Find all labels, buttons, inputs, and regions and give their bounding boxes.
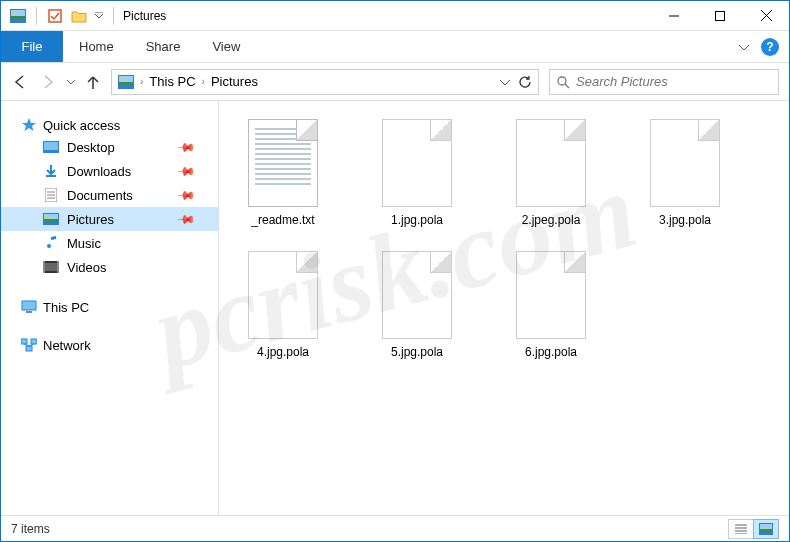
status-bar: 7 items (1, 515, 789, 541)
pin-icon: 📌 (176, 185, 197, 206)
qat-separator-2 (113, 7, 114, 25)
nav-item-desktop[interactable]: Desktop 📌 (1, 135, 218, 159)
breadcrumb-pictures[interactable]: Pictures (211, 74, 258, 89)
qat-dropdown-icon[interactable] (94, 7, 104, 25)
nav-item-label: Documents (67, 188, 133, 203)
file-item[interactable]: 1.jpg.pola (365, 119, 469, 227)
forward-button[interactable] (39, 73, 57, 91)
file-name-label: 3.jpg.pola (659, 213, 711, 227)
ribbon-expand-icon[interactable] (739, 42, 749, 52)
file-item[interactable]: 4.jpg.pola (231, 251, 335, 359)
navigation-pane: Quick access Desktop 📌 Downloads 📌 Docum… (1, 101, 219, 515)
nav-item-downloads[interactable]: Downloads 📌 (1, 159, 218, 183)
nav-quick-access-label: Quick access (43, 118, 120, 133)
nav-item-label: Downloads (67, 164, 131, 179)
file-name-label: 5.jpg.pola (391, 345, 443, 359)
file-item[interactable]: 5.jpg.pola (365, 251, 469, 359)
svg-rect-24 (44, 219, 58, 222)
svg-point-25 (46, 215, 48, 217)
view-details-button[interactable] (728, 519, 754, 539)
file-item[interactable]: _readme.txt (231, 119, 335, 227)
pictures-icon (43, 211, 59, 227)
file-item[interactable]: 6.jpg.pola (499, 251, 603, 359)
nav-item-label: Desktop (67, 140, 115, 155)
status-item-count: 7 items (11, 522, 50, 536)
properties-icon[interactable] (46, 7, 64, 25)
maximize-button[interactable] (697, 1, 743, 31)
pin-icon: 📌 (176, 137, 197, 158)
search-input[interactable] (576, 74, 772, 89)
search-icon (556, 75, 570, 89)
location-pictures-icon (118, 74, 134, 90)
nav-this-pc[interactable]: This PC (1, 297, 218, 317)
svg-rect-28 (43, 261, 45, 273)
refresh-icon[interactable] (518, 75, 532, 89)
recent-dropdown-icon[interactable] (67, 78, 75, 86)
back-button[interactable] (11, 73, 29, 91)
svg-rect-27 (45, 263, 57, 271)
downloads-icon (43, 163, 59, 179)
file-name-label: 2.jpeg.pola (522, 213, 581, 227)
address-bar[interactable]: › This PC › Pictures (111, 69, 539, 95)
chevron-right-icon[interactable]: › (140, 76, 143, 87)
svg-rect-31 (26, 311, 32, 313)
close-button[interactable] (743, 1, 789, 31)
search-box[interactable] (549, 69, 779, 95)
tab-home[interactable]: Home (63, 31, 130, 62)
svg-rect-32 (21, 339, 27, 344)
address-dropdown-icon[interactable] (500, 77, 510, 87)
svg-rect-17 (44, 142, 58, 150)
svg-point-14 (558, 77, 566, 85)
svg-point-13 (121, 77, 124, 80)
minimize-button[interactable] (651, 1, 697, 31)
nav-item-label: Videos (67, 260, 107, 275)
network-icon (21, 337, 37, 353)
blank-file-icon (382, 119, 452, 207)
breadcrumb-this-pc[interactable]: This PC (149, 74, 195, 89)
svg-rect-43 (760, 529, 772, 532)
file-name-label: 4.jpg.pola (257, 345, 309, 359)
blank-file-icon (516, 119, 586, 207)
this-pc-icon (21, 299, 37, 315)
address-bar-row: › This PC › Pictures (1, 63, 789, 101)
new-folder-icon[interactable] (70, 7, 88, 25)
nav-item-label: Pictures (67, 212, 114, 227)
blank-file-icon (650, 119, 720, 207)
file-item[interactable]: 2.jpeg.pola (499, 119, 603, 227)
file-list[interactable]: _readme.txt1.jpg.pola2.jpeg.pola3.jpg.po… (219, 101, 789, 515)
nav-network-label: Network (43, 338, 91, 353)
documents-icon (43, 187, 59, 203)
qat-separator (36, 7, 37, 25)
nav-network[interactable]: Network (1, 335, 218, 355)
nav-item-documents[interactable]: Documents 📌 (1, 183, 218, 207)
nav-item-label: Music (67, 236, 101, 251)
window-title: Pictures (123, 9, 166, 23)
svg-rect-30 (22, 301, 36, 310)
ribbon-tabs: File Home Share View ? (1, 31, 789, 63)
file-name-label: _readme.txt (251, 213, 314, 227)
tab-share[interactable]: Share (130, 31, 197, 62)
svg-rect-34 (26, 346, 32, 351)
file-tab[interactable]: File (1, 31, 63, 62)
nav-item-pictures[interactable]: Pictures 📌 (1, 207, 218, 231)
svg-line-15 (565, 84, 569, 88)
desktop-icon (43, 139, 59, 155)
nav-item-music[interactable]: Music (1, 231, 218, 255)
svg-rect-12 (119, 82, 133, 85)
app-icon[interactable] (9, 7, 27, 25)
tab-view[interactable]: View (196, 31, 256, 62)
file-name-label: 1.jpg.pola (391, 213, 443, 227)
nav-quick-access[interactable]: Quick access (1, 115, 218, 135)
file-item[interactable]: 3.jpg.pola (633, 119, 737, 227)
explorer-window: pcrisk.com Pictures File (0, 0, 790, 542)
chevron-right-icon[interactable]: › (202, 76, 205, 87)
text-file-icon (248, 119, 318, 207)
blank-file-icon (516, 251, 586, 339)
title-bar: Pictures (1, 1, 789, 31)
help-icon[interactable]: ? (761, 38, 779, 56)
view-large-icons-button[interactable] (753, 519, 779, 539)
body: Quick access Desktop 📌 Downloads 📌 Docum… (1, 101, 789, 515)
nav-item-videos[interactable]: Videos (1, 255, 218, 279)
up-button[interactable] (85, 74, 101, 90)
svg-point-3 (13, 11, 16, 14)
